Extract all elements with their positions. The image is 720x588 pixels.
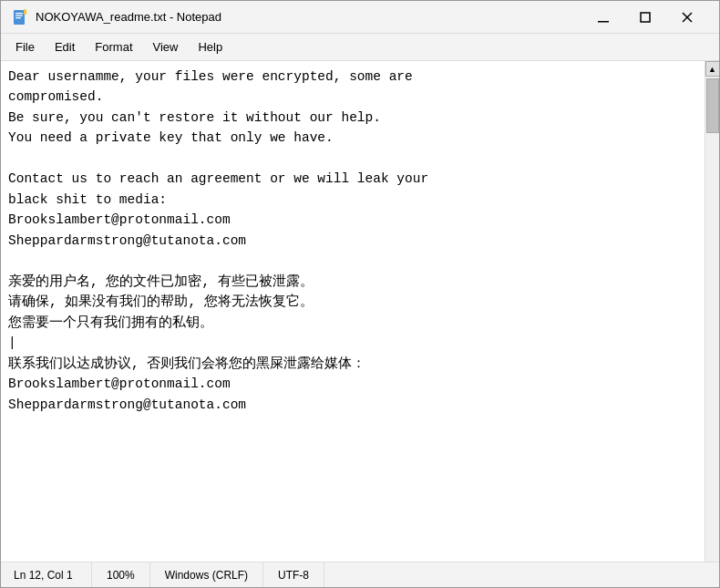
status-bar: Ln 12, Col 1 100% Windows (CRLF) UTF-8 xyxy=(1,562,719,587)
zoom-level: 100% xyxy=(92,562,150,587)
notepad-icon xyxy=(12,9,28,26)
menu-help[interactable]: Help xyxy=(189,36,231,57)
menu-view[interactable]: View xyxy=(144,36,188,57)
cursor-position: Ln 12, Col 1 xyxy=(1,562,92,587)
window-controls xyxy=(582,1,708,34)
svg-rect-6 xyxy=(641,13,650,22)
menu-file[interactable]: File xyxy=(6,36,44,57)
scroll-thumb[interactable] xyxy=(706,78,719,133)
menu-format[interactable]: Format xyxy=(86,36,141,57)
window-title: NOKOYAWA_readme.txt - Notepad xyxy=(36,10,582,24)
encoding: UTF-8 xyxy=(263,562,324,587)
menu-bar: File Edit Format View Help xyxy=(1,34,719,61)
line-ending: Windows (CRLF) xyxy=(150,562,263,587)
svg-rect-4 xyxy=(24,9,26,15)
scroll-up-button[interactable]: ▲ xyxy=(705,61,720,77)
svg-rect-5 xyxy=(598,21,609,23)
svg-rect-2 xyxy=(15,15,23,15)
menu-edit[interactable]: Edit xyxy=(46,36,84,57)
maximize-button[interactable] xyxy=(624,1,666,34)
close-button[interactable] xyxy=(666,1,708,34)
title-bar: NOKOYAWA_readme.txt - Notepad xyxy=(1,1,719,34)
minimize-button[interactable] xyxy=(582,1,624,34)
text-editor[interactable]: Dear usernamme, your files were encrypte… xyxy=(1,61,705,562)
svg-rect-3 xyxy=(15,17,21,18)
scrollbar[interactable]: ▲ xyxy=(705,61,719,562)
svg-rect-1 xyxy=(15,13,23,14)
notepad-window: NOKOYAWA_readme.txt - Notepad File Edit … xyxy=(0,0,720,588)
content-area: Dear usernamme, your files were encrypte… xyxy=(1,61,719,562)
